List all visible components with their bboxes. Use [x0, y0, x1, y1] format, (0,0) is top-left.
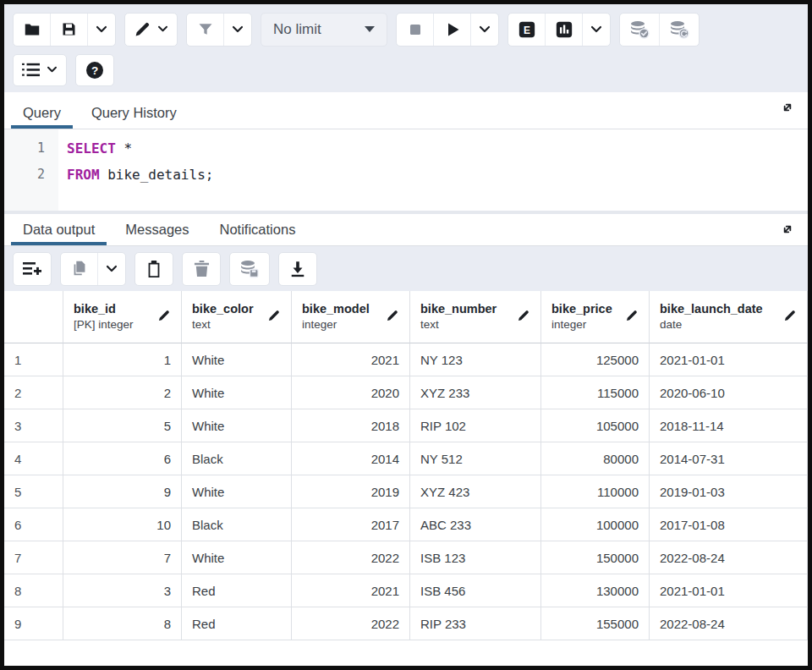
row-limit-select[interactable]: No limit: [261, 13, 387, 47]
cell-bike_model[interactable]: 2022: [292, 607, 410, 640]
row-number[interactable]: 6: [4, 508, 63, 541]
cell-bike_launch_date[interactable]: 2022-08-24: [650, 607, 808, 640]
cell-bike_color[interactable]: Black: [182, 508, 292, 541]
execute-options-button[interactable]: [471, 14, 498, 46]
cell-bike_id[interactable]: 6: [63, 442, 182, 475]
tab-query[interactable]: Query: [8, 96, 76, 129]
column-header-bike-launch-date[interactable]: bike_launch_datedate: [650, 291, 808, 343]
cell-bike_model[interactable]: 2014: [292, 442, 410, 475]
cell-bike_model[interactable]: 2018: [292, 409, 410, 442]
execute-button[interactable]: [434, 14, 471, 46]
cell-bike_number[interactable]: XYZ 233: [410, 376, 541, 409]
cell-bike_id[interactable]: 3: [63, 574, 182, 607]
column-header-bike-model[interactable]: bike_modelinteger: [292, 291, 410, 343]
cell-bike_id[interactable]: 2: [63, 376, 182, 409]
cell-bike_price[interactable]: 110000: [541, 475, 650, 508]
edit-column-icon[interactable]: [267, 309, 281, 325]
cell-bike_id[interactable]: 1: [63, 343, 182, 376]
editor-code[interactable]: SELECT * FROM bike_details;: [58, 129, 213, 211]
cell-bike_color[interactable]: White: [182, 343, 292, 376]
edit-column-icon[interactable]: [157, 309, 171, 325]
cell-bike_color[interactable]: Black: [182, 442, 292, 475]
cell-bike_model[interactable]: 2021: [292, 343, 410, 376]
copy-options-button[interactable]: [98, 253, 125, 285]
edit-button[interactable]: [125, 14, 177, 46]
explain-options-button[interactable]: [583, 14, 610, 46]
expand-panel-icon[interactable]: [779, 221, 796, 241]
row-number[interactable]: 7: [4, 541, 63, 574]
column-header-bike-price[interactable]: bike_priceinteger: [541, 291, 650, 343]
cell-bike_launch_date[interactable]: 2019-01-03: [650, 475, 808, 508]
delete-row-button[interactable]: [183, 253, 220, 285]
edit-column-icon[interactable]: [783, 309, 797, 325]
cell-bike_number[interactable]: ISB 123: [410, 541, 541, 574]
cell-bike_launch_date[interactable]: 2021-01-01: [650, 574, 808, 607]
open-file-button[interactable]: [14, 14, 51, 46]
cell-bike_model[interactable]: 2017: [292, 508, 410, 541]
cell-bike_launch_date[interactable]: 2017-01-08: [650, 508, 808, 541]
download-button[interactable]: [279, 253, 316, 285]
cell-bike_color[interactable]: White: [182, 376, 292, 409]
row-number[interactable]: 4: [4, 442, 63, 475]
save-button[interactable]: [51, 14, 88, 46]
cell-bike_price[interactable]: 115000: [541, 376, 650, 409]
column-header-bike-number[interactable]: bike_numbertext: [410, 291, 541, 343]
cell-bike_price[interactable]: 155000: [541, 607, 650, 640]
help-button[interactable]: ?: [76, 55, 113, 85]
cell-bike_id[interactable]: 5: [63, 409, 182, 442]
cancel-query-button[interactable]: [397, 14, 434, 46]
row-number[interactable]: 9: [4, 607, 63, 640]
sql-editor[interactable]: 1 2 SELECT * FROM bike_details;: [4, 129, 808, 211]
cell-bike_color[interactable]: Red: [182, 574, 292, 607]
row-number[interactable]: 5: [4, 475, 63, 508]
rollback-button[interactable]: [660, 14, 699, 46]
cell-bike_color[interactable]: Red: [182, 607, 292, 640]
cell-bike_price[interactable]: 105000: [541, 409, 650, 442]
cell-bike_launch_date[interactable]: 2014-07-31: [650, 442, 808, 475]
cell-bike_launch_date[interactable]: 2020-06-10: [650, 376, 808, 409]
cell-bike_number[interactable]: ABC 233: [410, 508, 541, 541]
cell-bike_model[interactable]: 2021: [292, 574, 410, 607]
cell-bike_number[interactable]: RIP 102: [410, 409, 541, 442]
edit-column-icon[interactable]: [517, 309, 530, 325]
cell-bike_id[interactable]: 7: [63, 541, 182, 574]
cell-bike_number[interactable]: XYZ 423: [410, 475, 541, 508]
cell-bike_id[interactable]: 9: [63, 475, 182, 508]
cell-bike_number[interactable]: ISB 456: [410, 574, 541, 607]
row-number[interactable]: 8: [4, 574, 63, 607]
add-row-button[interactable]: [14, 253, 51, 285]
copy-button[interactable]: [61, 253, 98, 285]
cell-bike_model[interactable]: 2020: [292, 376, 410, 409]
save-data-button[interactable]: [230, 253, 269, 285]
filter-options-button[interactable]: [224, 14, 251, 46]
tab-notifications[interactable]: Notifications: [205, 213, 311, 245]
cell-bike_model[interactable]: 2019: [292, 475, 410, 508]
cell-bike_price[interactable]: 130000: [541, 574, 650, 607]
cell-bike_price[interactable]: 80000: [541, 442, 650, 475]
cell-bike_model[interactable]: 2022: [292, 541, 410, 574]
macros-button[interactable]: [14, 55, 66, 85]
cell-bike_price[interactable]: 100000: [541, 508, 650, 541]
filter-button[interactable]: [187, 14, 224, 46]
row-number[interactable]: 3: [4, 409, 63, 442]
edit-column-icon[interactable]: [386, 309, 399, 325]
row-number[interactable]: 1: [4, 343, 63, 376]
cell-bike_number[interactable]: NY 123: [410, 343, 541, 376]
cell-bike_launch_date[interactable]: 2018-11-14: [650, 409, 808, 442]
expand-panel-icon[interactable]: [779, 99, 796, 119]
explain-analyze-button[interactable]: [546, 14, 583, 46]
cell-bike_color[interactable]: White: [182, 475, 292, 508]
column-header-bike-color[interactable]: bike_colortext: [182, 291, 292, 343]
paste-button[interactable]: [135, 253, 173, 285]
grid-corner-cell[interactable]: [4, 291, 63, 343]
cell-bike_id[interactable]: 10: [63, 508, 182, 541]
tab-messages[interactable]: Messages: [110, 213, 204, 245]
explain-button[interactable]: E: [508, 14, 546, 46]
cell-bike_launch_date[interactable]: 2022-08-24: [650, 541, 808, 574]
column-header-bike-id[interactable]: bike_id[PK] integer: [63, 291, 182, 343]
cell-bike_id[interactable]: 8: [63, 607, 182, 640]
edit-column-icon[interactable]: [625, 309, 639, 325]
row-number[interactable]: 2: [4, 376, 63, 409]
cell-bike_color[interactable]: White: [182, 541, 292, 574]
cell-bike_number[interactable]: NY 512: [410, 442, 541, 475]
